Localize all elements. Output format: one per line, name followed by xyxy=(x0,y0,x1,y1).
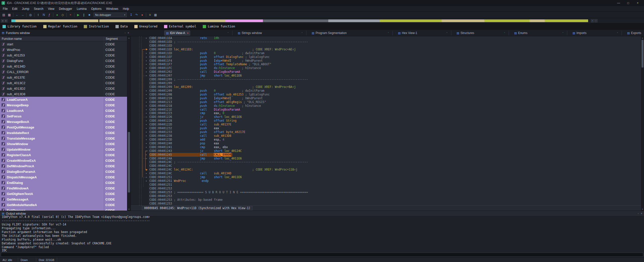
names-icon[interactable]: N xyxy=(41,12,46,17)
function-row[interactable]: ƒsub_4013C2CODE xyxy=(0,80,127,86)
function-row[interactable]: ƒCALL_ERRORCODE xyxy=(0,69,127,75)
disasm-line[interactable]: CODE:00401253 ; =============== S U B R … xyxy=(149,190,641,194)
disasm-line[interactable]: CODE:004011ED xyxy=(149,44,641,48)
disasm-line[interactable]: CODE:00401209 xyxy=(149,81,641,85)
function-row[interactable]: ƒGetMessageACODE xyxy=(0,196,127,202)
function-row[interactable]: ƒInvalidateRectCODE xyxy=(0,130,127,136)
function-row[interactable]: ƒSetFocusCODE xyxy=(0,113,127,119)
debug-run-icon[interactable]: ▶ xyxy=(76,12,81,17)
function-row[interactable]: ƒMessageBeepCODE xyxy=(0,102,127,108)
tab-close-icon[interactable]: × xyxy=(187,31,188,35)
disasm-line[interactable]: CODE:00401209 ; ------------------------… xyxy=(149,78,641,81)
disasm-line[interactable]: CODE:004011ED push 0 ; dwInitParam xyxy=(149,51,641,55)
close-panel-icon[interactable]: × xyxy=(128,31,129,34)
jump-address-icon[interactable]: ◎ xyxy=(28,12,33,17)
function-row[interactable]: ƒDialogBoxParamACODE xyxy=(0,169,127,174)
disasm-line[interactable]: CODE:0040122D call sub_40137E xyxy=(149,123,641,126)
restore-panel-icon[interactable]: ▫ xyxy=(638,212,639,215)
tab-detach-icon[interactable]: ▫ xyxy=(302,31,302,34)
disasm-line[interactable]: CODE:00401223 cmp eax, 0 xyxy=(149,111,641,115)
debug-stop-icon[interactable]: ■ xyxy=(87,12,92,17)
disasm-line[interactable]: CODE:0040124C xyxy=(149,164,641,168)
scroll-down-icon[interactable]: ▼ xyxy=(127,208,131,211)
navband-left-icon[interactable]: ◂ xyxy=(1,19,4,22)
tab-imports[interactable]: ▤Imports xyxy=(571,30,588,36)
function-row[interactable]: ƒTranslateMessageCODE xyxy=(0,136,127,141)
tab-exports[interactable]: ▤Exports xyxy=(626,30,643,36)
tab-detach-icon[interactable]: ▫ xyxy=(504,31,505,34)
menu-item-jump[interactable]: Jump xyxy=(20,7,31,11)
navband-zoom-out-icon[interactable]: − xyxy=(594,19,597,22)
step-over-icon[interactable]: ↷ xyxy=(134,12,139,17)
disasm-line[interactable]: CODE:004011ED ; ------------------------… xyxy=(149,40,641,44)
disasm-line[interactable]: CODE:0040121E call DialogBoxParamA xyxy=(149,108,641,112)
debug-pause-icon[interactable]: ∥ xyxy=(81,12,86,17)
menu-item-search[interactable]: Search xyxy=(31,7,46,11)
disasm-line[interactable]: CODE:00401245 call CALL_ERROR xyxy=(149,153,641,157)
disasm-line[interactable]: CODE:00401238 call sub_4013D8 xyxy=(149,134,641,138)
function-row[interactable]: ƒWndProcCODE xyxy=(0,47,127,52)
close-button[interactable]: × xyxy=(633,0,642,6)
functions-icon[interactable]: ƒ xyxy=(47,12,52,17)
disasm-scroll-down-icon[interactable]: ▼ xyxy=(641,208,644,211)
disasm-line[interactable]: CODE:0040120B push offset sub_401253 ; l… xyxy=(149,93,641,96)
function-row[interactable]: ƒEndDialogCODE xyxy=(0,180,127,185)
disasm-line[interactable]: CODE:0040124C loc_40124C: ; CODE XREF: W… xyxy=(149,168,641,172)
menu-item-file[interactable]: File xyxy=(1,7,10,11)
function-row[interactable]: ƒShowWindowCODE xyxy=(0,141,127,147)
menu-item-help[interactable]: Help xyxy=(120,7,131,11)
disasm-line[interactable]: CODE:00401253 xyxy=(149,187,641,190)
function-row[interactable]: ƒUpdateWindowCODE xyxy=(0,147,127,152)
step-into-icon[interactable]: ↧ xyxy=(129,12,134,17)
debugger-select[interactable]: No debugger ▾ xyxy=(94,13,127,17)
disasm-line[interactable]: CODE:004011F4 push [ebp+hWnd] ; hWndPare… xyxy=(149,59,641,63)
menu-item-lumina[interactable]: Lumina xyxy=(74,7,89,11)
disasm-line[interactable]: CODE:00401218 push ds:hInstance ; hInsta… xyxy=(149,104,641,108)
function-row[interactable]: ƒsub_401253CODE xyxy=(0,52,127,58)
disasm-line[interactable]: CODE:00401253 ; Attributes: bp-based fra… xyxy=(149,198,641,202)
disasm-line[interactable]: CODE:00401251 xyxy=(149,183,641,187)
navband-zoom-in-icon[interactable]: + xyxy=(591,19,594,22)
disasm-scroll-up-icon[interactable]: ▲ xyxy=(641,36,644,39)
disasm-line[interactable]: CODE:00401240 pop eax xyxy=(149,142,641,145)
disasm-line[interactable]: CODE:00401241 cmp eax, ebx xyxy=(149,145,641,149)
disasm-line[interactable]: CODE:00401209 loc_401209: ; CODE XREF: W… xyxy=(149,85,641,89)
scroll-up-icon[interactable]: ▲ xyxy=(127,36,131,39)
snapshot-icon[interactable]: ◇ xyxy=(60,12,65,17)
function-row[interactable]: ƒLoadIconACODE xyxy=(0,108,127,113)
disasm-line[interactable]: CODE:00401209 push 0 ; dwInitParam xyxy=(149,89,641,93)
disassembly-scrollbar-thumb[interactable] xyxy=(641,40,643,68)
tab-structures[interactable]: ▤Structures xyxy=(455,30,476,36)
function-row[interactable]: ƒRegisterClassACODE xyxy=(0,152,127,158)
disasm-line[interactable]: CODE:004011EA retn 10h xyxy=(149,36,641,40)
tab-ida-view-a[interactable]: ▤IDA View-A× xyxy=(164,30,190,36)
function-row[interactable]: ƒsub_40137ECODE xyxy=(0,75,127,80)
function-row[interactable]: ƒCreateWindowExACODE xyxy=(0,158,127,163)
function-row[interactable]: ƒDefWindowProcACODE xyxy=(0,163,127,169)
tab-program-segmentation[interactable]: ▤Program Segmentation xyxy=(310,30,348,36)
lumina-icon[interactable]: ● xyxy=(55,12,60,17)
disasm-line[interactable]: CODE:00401210 push [ebp+hWnd] ; hWndPare… xyxy=(149,96,641,100)
disassembly-scrollbar[interactable]: ▲ ▼ xyxy=(641,36,644,211)
disasm-line[interactable]: CODE:00401213 push offset aDlgRegis ; "D… xyxy=(149,100,641,104)
hex-calc-icon[interactable]: ▦ xyxy=(153,12,158,17)
navigation-band[interactable] xyxy=(11,19,588,22)
forward-icon[interactable]: → xyxy=(20,12,25,17)
disasm-line[interactable]: CODE:00401251 WndProc endp xyxy=(149,179,641,183)
disasm-line[interactable]: CODE:00401253 xyxy=(149,194,641,198)
script-command-icon[interactable]: ≡ xyxy=(147,12,152,17)
disasm-line[interactable]: CODE:00401207 jmp short loc_4011E6 xyxy=(149,74,641,78)
function-row[interactable]: ƒsub_4013D8CODE xyxy=(0,91,127,97)
disasm-line[interactable]: CODE:00401253 xyxy=(149,202,641,206)
tab-detach-icon[interactable]: ▫ xyxy=(562,31,563,34)
disasm-line[interactable]: CODE:0040124C ; ------------------------… xyxy=(149,160,641,164)
functions-scrollbar-thumb[interactable] xyxy=(128,132,130,192)
disasm-line[interactable]: CODE:00401233 push offset byte_40217E xyxy=(149,130,641,134)
function-row[interactable]: ƒDialogFuncCODE xyxy=(0,58,127,63)
function-row[interactable]: ƒGetModuleHandleACODE xyxy=(0,202,127,208)
disasm-line[interactable]: CODE:00401251 jmp short loc_4011E6 xyxy=(149,175,641,179)
menu-item-view[interactable]: View xyxy=(46,7,57,11)
tab-enums[interactable]: ▤Enums xyxy=(513,30,529,36)
menu-item-edit[interactable]: Edit xyxy=(10,7,20,11)
disasm-line[interactable]: CODE:0040124C call sub_40134D xyxy=(149,172,641,175)
